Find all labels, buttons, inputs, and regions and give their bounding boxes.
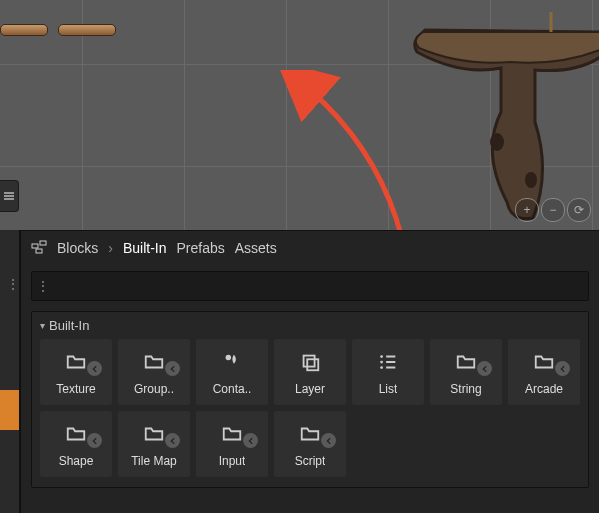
block-item-label: Group.. — [134, 382, 174, 396]
list-icon — [377, 348, 399, 376]
zoom-reset-button[interactable]: ⟳ — [567, 198, 591, 222]
block-item[interactable]: Layer — [274, 339, 346, 405]
breadcrumb-item[interactable]: Prefabs — [176, 240, 224, 256]
zoom-in-button[interactable]: + — [515, 198, 539, 222]
folder-icon — [143, 348, 165, 376]
rope-segment — [0, 24, 48, 36]
block-item[interactable]: Conta.. — [196, 339, 268, 405]
block-item-label: Shape — [59, 454, 94, 468]
layers-icon — [299, 348, 321, 376]
folder-icon — [65, 348, 87, 376]
chevron-down-icon: ▾ — [40, 320, 45, 331]
arrow-left-badge-icon — [87, 361, 102, 376]
active-marker — [0, 390, 19, 430]
block-item-label: Input — [219, 454, 246, 468]
kebab-icon[interactable]: ⋮ — [32, 278, 54, 294]
block-item[interactable]: Tile Map — [118, 411, 190, 477]
block-item-label: Layer — [295, 382, 325, 396]
block-item-label: Conta.. — [213, 382, 252, 396]
scene-viewport[interactable]: + − ⟳ — [0, 0, 599, 230]
block-item[interactable]: List — [352, 339, 424, 405]
arrow-left-badge-icon — [87, 433, 102, 448]
kebab-icon[interactable]: ⋮ — [6, 282, 20, 286]
zoom-controls: + − ⟳ — [515, 198, 591, 222]
block-item-label: Tile Map — [131, 454, 177, 468]
block-item[interactable]: Shape — [40, 411, 112, 477]
folder-icon — [455, 348, 477, 376]
sidebar-toggle-button[interactable] — [0, 180, 19, 212]
block-item[interactable]: Group.. — [118, 339, 190, 405]
block-item[interactable]: Arcade — [508, 339, 580, 405]
arrow-left-badge-icon — [477, 361, 492, 376]
block-item-label: Arcade — [525, 382, 563, 396]
block-item[interactable]: Input — [196, 411, 268, 477]
arrow-left-badge-icon — [321, 433, 336, 448]
search-bar: ⋮ — [31, 271, 589, 301]
breadcrumb-item[interactable]: Built-In — [123, 240, 167, 256]
folder-icon — [143, 420, 165, 448]
section-title: Built-In — [49, 318, 89, 333]
block-item-label: Script — [295, 454, 326, 468]
rope-segment — [58, 24, 116, 36]
chevron-right-icon: › — [108, 240, 113, 256]
arrow-left-badge-icon — [165, 433, 180, 448]
arrow-left-badge-icon — [165, 361, 180, 376]
breadcrumb: Blocks › Built-In Prefabs Assets — [21, 231, 599, 265]
breadcrumb-item[interactable]: Blocks — [57, 240, 98, 256]
folder-icon — [299, 420, 321, 448]
search-input[interactable] — [54, 279, 588, 294]
arrow-left-badge-icon — [243, 433, 258, 448]
blocks-icon — [31, 240, 47, 256]
builtin-section: ▾ Built-In TextureGroup..Conta..LayerLis… — [31, 311, 589, 488]
block-item-label: List — [379, 382, 398, 396]
cliff-prop — [411, 12, 599, 228]
panel-left-strip: ⋮ — [0, 230, 20, 513]
section-header[interactable]: ▾ Built-In — [32, 312, 588, 339]
folder-icon — [533, 348, 555, 376]
folder-icon — [65, 420, 87, 448]
svg-point-0 — [490, 133, 504, 151]
block-item[interactable]: Script — [274, 411, 346, 477]
svg-rect-3 — [32, 244, 38, 248]
zoom-out-button[interactable]: − — [541, 198, 565, 222]
drop-icon — [221, 348, 243, 376]
folder-icon — [221, 420, 243, 448]
item-grid: TextureGroup..Conta..LayerListStringArca… — [32, 339, 588, 477]
blocks-panel: ⋮ Blocks › Built-In Prefabs Assets ⋮ ▾ B… — [0, 230, 599, 513]
block-item-label: Texture — [56, 382, 95, 396]
arrow-left-badge-icon — [555, 361, 570, 376]
breadcrumb-item[interactable]: Assets — [235, 240, 277, 256]
svg-rect-4 — [40, 241, 46, 245]
menu-icon — [3, 190, 15, 202]
svg-rect-5 — [36, 249, 42, 253]
block-item[interactable]: Texture — [40, 339, 112, 405]
svg-point-1 — [525, 172, 537, 188]
block-item-label: String — [450, 382, 481, 396]
block-item[interactable]: String — [430, 339, 502, 405]
